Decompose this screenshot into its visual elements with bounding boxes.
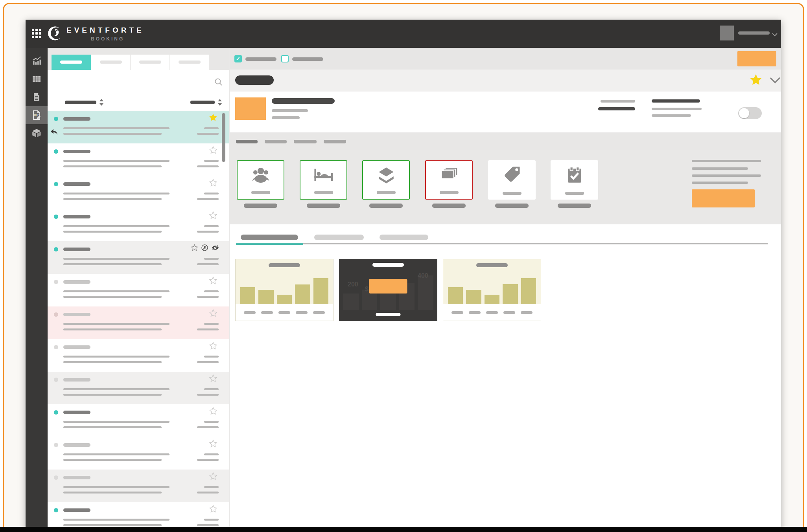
- primary-action-button[interactable]: [737, 51, 776, 66]
- detail-panel: ✓: [230, 48, 781, 532]
- active-tab-underline: [236, 243, 303, 245]
- item-line-placeholder: [63, 133, 162, 135]
- feature-card-layers[interactable]: [362, 160, 410, 200]
- favorite-star-button[interactable]: [209, 407, 217, 415]
- swan-logo-icon[interactable]: [45, 25, 63, 44]
- bed-icon: [312, 166, 335, 185]
- sidebar-item-stats[interactable]: [26, 52, 48, 70]
- list-tab-3[interactable]: [130, 55, 170, 70]
- filter-checkbox-checked[interactable]: ✓: [234, 55, 242, 62]
- list-tab-2[interactable]: [91, 55, 130, 70]
- subtab-1[interactable]: [236, 140, 258, 143]
- sidebar-item-rfp[interactable]: RFP: [26, 106, 48, 124]
- star-outline-icon: [210, 342, 217, 349]
- list-item[interactable]: [48, 209, 229, 241]
- favorite-star-button[interactable]: [209, 504, 217, 513]
- chart-caption-placeholder: [376, 313, 401, 316]
- chart-bar: [485, 295, 499, 304]
- list-item[interactable]: [48, 339, 229, 372]
- detail-title-placeholder: [235, 75, 274, 85]
- list-item[interactable]: [48, 306, 229, 339]
- list-item[interactable]: [48, 372, 229, 404]
- hidden-eye-icon[interactable]: [211, 244, 219, 251]
- list-tab-4[interactable]: [170, 55, 209, 70]
- feature-card-pricing[interactable]: [488, 160, 536, 200]
- subtab-2[interactable]: [265, 140, 287, 143]
- status-dot: [54, 378, 58, 382]
- list-item[interactable]: [48, 437, 229, 470]
- venue-image-placeholder[interactable]: [235, 97, 266, 120]
- content-tab-3[interactable]: [380, 235, 428, 240]
- sidebar-item-tables[interactable]: [26, 70, 48, 88]
- info-line-placeholder: [692, 167, 748, 170]
- content-tab-active[interactable]: [241, 235, 298, 240]
- view-report-button[interactable]: [369, 279, 407, 294]
- favorite-star-button[interactable]: [209, 439, 217, 448]
- filter-checkbox-unchecked[interactable]: [281, 55, 289, 62]
- list-item[interactable]: [48, 274, 229, 306]
- report-card-row: 200 $ 400: [235, 259, 541, 321]
- subtab-3[interactable]: [294, 140, 317, 143]
- favorite-star-button[interactable]: [209, 341, 217, 350]
- favorite-star-button[interactable]: [209, 113, 217, 122]
- item-title-placeholder: [63, 215, 90, 218]
- status-dot: [54, 508, 58, 512]
- sidebar-item-packages[interactable]: [26, 124, 48, 142]
- list-item[interactable]: [48, 404, 229, 437]
- feature-card-copies[interactable]: [425, 160, 473, 200]
- item-meta-placeholder: [197, 524, 219, 526]
- subtab-4[interactable]: [324, 140, 346, 143]
- assignee-icon[interactable]: [201, 244, 208, 251]
- search-icon[interactable]: [214, 78, 223, 88]
- favorite-star-button[interactable]: [209, 146, 217, 154]
- item-title-placeholder: [63, 150, 90, 153]
- status-toggle-off[interactable]: [738, 107, 762, 119]
- report-card-chart[interactable]: [443, 259, 541, 321]
- detail-subtabs: [230, 132, 781, 150]
- sort-arrows-icon[interactable]: [218, 99, 222, 106]
- detail-toolbar: ✓: [230, 48, 781, 70]
- search-input[interactable]: [48, 70, 229, 94]
- favorite-star-icon[interactable]: [750, 73, 762, 88]
- feature-card-tasks[interactable]: [551, 160, 598, 200]
- favorite-star-button[interactable]: [209, 211, 217, 220]
- list-item[interactable]: [48, 111, 229, 143]
- list-item[interactable]: [48, 176, 229, 209]
- top-navbar: EVENTFORTE BOOKING: [26, 20, 781, 48]
- favorite-star-button[interactable]: [209, 276, 217, 285]
- report-card-chart[interactable]: [235, 259, 333, 321]
- list-item[interactable]: [48, 143, 229, 176]
- sidebar-item-documents[interactable]: [26, 88, 48, 106]
- feature-card-attendees[interactable]: [237, 160, 284, 200]
- favorite-star-button[interactable]: [209, 178, 217, 187]
- item-meta-placeholder: [204, 127, 219, 129]
- item-meta-placeholder: [197, 361, 219, 363]
- item-line-placeholder: [63, 193, 170, 194]
- content-tab-2[interactable]: [314, 235, 364, 240]
- user-menu-chevron-icon[interactable]: [772, 31, 778, 38]
- list-scrollbar-thumb[interactable]: [222, 113, 225, 162]
- favorite-star-button[interactable]: [209, 309, 217, 317]
- collapse-chevron-icon[interactable]: [769, 77, 781, 85]
- meta-value-placeholder: [652, 99, 700, 103]
- sort-arrows-icon[interactable]: [99, 99, 103, 106]
- star-outline-icon[interactable]: [191, 244, 198, 251]
- user-avatar[interactable]: [720, 26, 734, 40]
- list-item[interactable]: [48, 470, 229, 502]
- card-caption-placeholder: [440, 191, 459, 194]
- feature-action-button[interactable]: [692, 189, 755, 207]
- report-card-hovered[interactable]: 200 $ 400: [339, 259, 437, 321]
- item-meta-placeholder: [197, 394, 219, 396]
- apps-grid-icon[interactable]: [32, 29, 42, 39]
- status-dot: [54, 215, 58, 219]
- star-outline-icon: [210, 375, 217, 382]
- feature-card-rooms[interactable]: [300, 160, 347, 200]
- chart-title-placeholder: [269, 263, 300, 267]
- item-line-placeholder: [63, 459, 162, 461]
- card-caption-placeholder: [565, 192, 584, 195]
- chart-title-placeholder: [476, 263, 508, 267]
- list-item[interactable]: [48, 241, 229, 274]
- list-tab-1[interactable]: [52, 55, 91, 70]
- favorite-star-button[interactable]: [209, 472, 217, 481]
- favorite-star-button[interactable]: [209, 374, 217, 383]
